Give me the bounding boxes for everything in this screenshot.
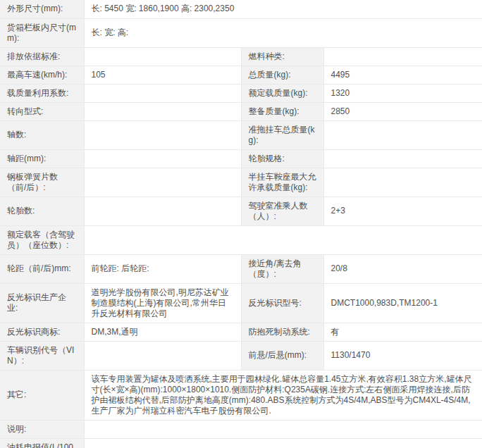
spec-row: 说明:	[0, 420, 482, 438]
spec-row: 车辆识别代号（VIN）:前悬/后悬(mm):1130/1470	[0, 341, 482, 370]
spec-row: 油耗申报值(L/100km):	[0, 438, 482, 448]
spec-label-cell: 额定载客（含驾驶员）（座位数）:	[0, 225, 84, 254]
spec-row: 轮胎数:驾驶室准乘人数（人）:2+3	[0, 197, 482, 225]
spec-value-cell: 道明光学股份有限公司,明尼苏达矿业制造膜结构(上海)有限公司,常州华日升反光材料…	[84, 283, 241, 323]
spec-value-cell: 长: 宽: 高:	[84, 18, 482, 47]
spec-value-cell	[84, 168, 241, 197]
spec-label-cell: 钢板弹簧片数（前/后）:	[0, 168, 84, 197]
spec-value-cell: 2+3	[323, 197, 482, 225]
spec-label-cell: 半挂车鞍座最大允许承载质量(kg):	[241, 168, 323, 197]
spec-row: 额定载客（含驾驶员）（座位数）:	[0, 225, 482, 254]
spec-value-cell	[323, 47, 482, 66]
spec-label-cell: 前悬/后悬(mm):	[241, 341, 323, 370]
spec-value-cell: 20/8	[323, 254, 482, 283]
spec-value-cell: 2850	[323, 102, 482, 120]
spec-label-cell: 其它:	[0, 370, 84, 420]
spec-value-cell	[84, 84, 241, 102]
spec-label-cell: 反光标识生产企业:	[0, 283, 84, 323]
spec-row: 其它:该车专用装置为罐体及喷洒系统,主要用于园林绿化.罐体总容量1.45立方米,…	[0, 370, 482, 420]
spec-row: 转向型式:整备质量(kg):2850	[0, 102, 482, 120]
spec-label-cell: 准拖挂车总质量(kg):	[241, 120, 323, 149]
spec-value-cell	[323, 168, 482, 197]
spec-label-cell: 总质量(kg):	[241, 66, 323, 84]
spec-row: 钢板弹簧片数（前/后）:半挂车鞍座最大允许承载质量(kg):	[0, 168, 482, 197]
spec-label-cell: 货箱栏板内尺寸(mm):	[0, 18, 84, 47]
spec-row: 货箱栏板内尺寸(mm):长: 宽: 高:	[0, 18, 482, 47]
spec-value-cell	[84, 225, 482, 254]
spec-label-cell: 防抱死制动系统:	[241, 323, 323, 341]
spec-value-cell	[84, 438, 482, 448]
spec-value-cell: 前轮距: 后轮距:	[84, 254, 241, 283]
spec-value-cell: DM,3M,通明	[84, 323, 241, 341]
spec-value-cell: DMCT1000,983D,TM1200-1	[323, 283, 482, 323]
spec-label-cell: 额定载质量(kg):	[241, 84, 323, 102]
spec-row: 反光标识商标:DM,3M,通明防抱死制动系统:有	[0, 323, 482, 341]
spec-value-cell	[84, 420, 482, 438]
spec-value-cell	[84, 102, 241, 120]
spec-label-cell: 整备质量(kg):	[241, 102, 323, 120]
spec-label-cell: 车辆识别代号（VIN）:	[0, 341, 84, 370]
spec-row: 轮距（前/后)mm:前轮距: 后轮距:接近角/离去角（度）:20/8	[0, 254, 482, 283]
spec-value-cell	[84, 47, 241, 66]
spec-value-cell: 4495	[323, 66, 482, 84]
spec-label-cell: 燃料种类:	[241, 47, 323, 66]
spec-row: 外形尺寸(mm):长: 5450 宽: 1860,1900 高: 2300,23…	[0, 0, 482, 18]
spec-value-cell	[84, 197, 241, 225]
spec-label-cell: 反光标识型号:	[241, 283, 323, 323]
spec-label-cell: 接近角/离去角（度）:	[241, 254, 323, 283]
spec-label-cell: 载质量利用系数:	[0, 84, 84, 102]
spec-label-cell: 转向型式:	[0, 102, 84, 120]
spec-label-cell: 轴距(mm):	[0, 149, 84, 168]
spec-value-cell: 1320	[323, 84, 482, 102]
spec-label-cell: 驾驶室准乘人数（人）:	[241, 197, 323, 225]
spec-label-cell: 轮胎规格:	[241, 149, 323, 168]
spec-label-cell: 轮距（前/后)mm:	[0, 254, 84, 283]
spec-value-cell	[84, 120, 241, 149]
spec-label-cell: 轮胎数:	[0, 197, 84, 225]
spec-value-cell	[323, 149, 482, 168]
spec-label-cell: 最高车速(km/h):	[0, 66, 84, 84]
spec-row: 轴数:准拖挂车总质量(kg):	[0, 120, 482, 149]
spec-value-cell	[84, 341, 241, 370]
spec-label-cell: 排放依据标准:	[0, 47, 84, 66]
spec-value-cell: 该车专用装置为罐体及喷洒系统,主要用于园林绿化.罐体总容量1.45立方米,有效容…	[84, 370, 482, 420]
spec-value-cell: 有	[323, 323, 482, 341]
vehicle-spec-table: 外形尺寸(mm):长: 5450 宽: 1860,1900 高: 2300,23…	[0, 0, 482, 448]
spec-value-cell	[323, 120, 482, 149]
spec-row: 轴距(mm):轮胎规格:	[0, 149, 482, 168]
spec-label-cell: 轴数:	[0, 120, 84, 149]
spec-value-cell	[84, 149, 241, 168]
spec-label-cell: 油耗申报值(L/100km):	[0, 438, 84, 448]
spec-value-cell: 长: 5450 宽: 1860,1900 高: 2300,2350	[84, 0, 482, 18]
spec-value-cell: 105	[84, 66, 241, 84]
spec-value-cell: 1130/1470	[323, 341, 482, 370]
spec-label-cell: 说明:	[0, 420, 84, 438]
vehicle-spec-page: 外形尺寸(mm):长: 5450 宽: 1860,1900 高: 2300,23…	[0, 0, 482, 448]
spec-label-cell: 反光标识商标:	[0, 323, 84, 341]
spec-row: 排放依据标准:燃料种类:	[0, 47, 482, 66]
spec-row: 载质量利用系数:额定载质量(kg):1320	[0, 84, 482, 102]
spec-label-cell: 外形尺寸(mm):	[0, 0, 84, 18]
spec-row: 反光标识生产企业:道明光学股份有限公司,明尼苏达矿业制造膜结构(上海)有限公司,…	[0, 283, 482, 323]
spec-row: 最高车速(km/h):105总质量(kg):4495	[0, 66, 482, 84]
